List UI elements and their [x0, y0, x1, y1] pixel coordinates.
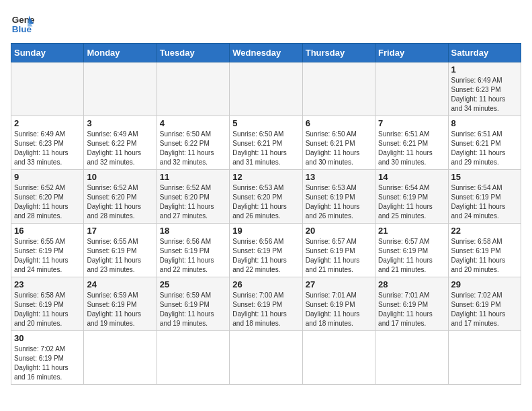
day-info: Sunrise: 6:54 AM Sunset: 6:19 PM Dayligh…: [378, 183, 445, 221]
calendar-cell: [448, 331, 521, 385]
weekday-header-row: SundayMondayTuesdayWednesdayThursdayFrid…: [11, 44, 521, 62]
calendar-cell: 5Sunrise: 6:50 AM Sunset: 6:21 PM Daylig…: [230, 116, 302, 170]
calendar-cell: 24Sunrise: 6:59 AM Sunset: 6:19 PM Dayli…: [84, 277, 157, 331]
day-number: 18: [160, 226, 226, 236]
calendar-cell: 6Sunrise: 6:50 AM Sunset: 6:21 PM Daylig…: [302, 116, 375, 170]
day-number: 6: [306, 118, 372, 128]
day-number: 4: [160, 118, 226, 128]
day-info: Sunrise: 6:50 AM Sunset: 6:22 PM Dayligh…: [160, 130, 226, 167]
day-number: 10: [87, 172, 153, 182]
day-info: Sunrise: 6:49 AM Sunset: 6:22 PM Dayligh…: [87, 130, 153, 167]
day-info: Sunrise: 6:58 AM Sunset: 6:19 PM Dayligh…: [14, 291, 81, 328]
day-number: 23: [14, 279, 81, 289]
calendar-cell: 3Sunrise: 6:49 AM Sunset: 6:22 PM Daylig…: [84, 116, 157, 170]
logo: General Blue: [11, 11, 39, 35]
day-info: Sunrise: 6:54 AM Sunset: 6:19 PM Dayligh…: [451, 183, 518, 221]
day-info: Sunrise: 7:02 AM Sunset: 6:19 PM Dayligh…: [14, 345, 81, 382]
day-number: 24: [87, 279, 153, 289]
calendar-cell: 27Sunrise: 7:01 AM Sunset: 6:19 PM Dayli…: [302, 277, 375, 331]
calendar-cell: [157, 331, 229, 385]
weekday-header-thursday: Thursday: [302, 44, 375, 62]
calendar-cell: 17Sunrise: 6:55 AM Sunset: 6:19 PM Dayli…: [84, 224, 157, 277]
day-number: 25: [160, 279, 226, 289]
day-number: 12: [232, 172, 299, 182]
day-info: Sunrise: 6:49 AM Sunset: 6:23 PM Dayligh…: [14, 130, 81, 167]
calendar-cell: 14Sunrise: 6:54 AM Sunset: 6:19 PM Dayli…: [375, 170, 448, 224]
weekday-header-sunday: Sunday: [11, 44, 84, 62]
calendar-week-5: 23Sunrise: 6:58 AM Sunset: 6:19 PM Dayli…: [11, 277, 521, 331]
day-number: 26: [232, 279, 299, 289]
calendar-cell: 9Sunrise: 6:52 AM Sunset: 6:20 PM Daylig…: [11, 170, 84, 224]
calendar-table: SundayMondayTuesdayWednesdayThursdayFrid…: [11, 43, 521, 385]
calendar-cell: [375, 62, 448, 116]
day-number: 27: [306, 279, 372, 289]
day-info: Sunrise: 7:02 AM Sunset: 6:19 PM Dayligh…: [451, 291, 518, 328]
day-info: Sunrise: 6:59 AM Sunset: 6:19 PM Dayligh…: [160, 291, 226, 328]
day-info: Sunrise: 7:01 AM Sunset: 6:19 PM Dayligh…: [378, 291, 445, 328]
day-info: Sunrise: 6:51 AM Sunset: 6:21 PM Dayligh…: [378, 130, 445, 167]
weekday-header-saturday: Saturday: [448, 44, 521, 62]
day-number: 3: [87, 118, 153, 128]
day-number: 8: [451, 118, 518, 128]
day-number: 14: [378, 172, 445, 182]
day-info: Sunrise: 6:52 AM Sunset: 6:20 PM Dayligh…: [14, 183, 81, 221]
calendar-cell: 22Sunrise: 6:58 AM Sunset: 6:19 PM Dayli…: [448, 224, 521, 277]
calendar-cell: [302, 62, 375, 116]
calendar-week-6: 30Sunrise: 7:02 AM Sunset: 6:19 PM Dayli…: [11, 331, 521, 385]
day-number: 5: [232, 118, 299, 128]
day-number: 15: [451, 172, 518, 182]
day-number: 7: [378, 118, 445, 128]
day-number: 16: [14, 226, 81, 236]
calendar-week-4: 16Sunrise: 6:55 AM Sunset: 6:19 PM Dayli…: [11, 224, 521, 277]
calendar-cell: 19Sunrise: 6:56 AM Sunset: 6:19 PM Dayli…: [230, 224, 302, 277]
weekday-header-monday: Monday: [84, 44, 157, 62]
calendar-cell: [302, 331, 375, 385]
calendar-cell: 18Sunrise: 6:56 AM Sunset: 6:19 PM Dayli…: [157, 224, 229, 277]
calendar-cell: 16Sunrise: 6:55 AM Sunset: 6:19 PM Dayli…: [11, 224, 84, 277]
day-info: Sunrise: 6:56 AM Sunset: 6:19 PM Dayligh…: [160, 237, 226, 275]
day-info: Sunrise: 6:59 AM Sunset: 6:19 PM Dayligh…: [87, 291, 153, 328]
calendar-week-2: 2Sunrise: 6:49 AM Sunset: 6:23 PM Daylig…: [11, 116, 521, 170]
day-number: 19: [232, 226, 299, 236]
day-info: Sunrise: 6:57 AM Sunset: 6:19 PM Dayligh…: [306, 237, 372, 275]
calendar-cell: 8Sunrise: 6:51 AM Sunset: 6:21 PM Daylig…: [448, 116, 521, 170]
day-number: 20: [306, 226, 372, 236]
day-number: 28: [378, 279, 445, 289]
calendar-cell: 15Sunrise: 6:54 AM Sunset: 6:19 PM Dayli…: [448, 170, 521, 224]
calendar-week-1: 1Sunrise: 6:49 AM Sunset: 6:23 PM Daylig…: [11, 62, 521, 116]
calendar-cell: 23Sunrise: 6:58 AM Sunset: 6:19 PM Dayli…: [11, 277, 84, 331]
calendar-week-3: 9Sunrise: 6:52 AM Sunset: 6:20 PM Daylig…: [11, 170, 521, 224]
weekday-header-friday: Friday: [375, 44, 448, 62]
calendar-cell: 28Sunrise: 7:01 AM Sunset: 6:19 PM Dayli…: [375, 277, 448, 331]
calendar-cell: [375, 331, 448, 385]
day-info: Sunrise: 6:51 AM Sunset: 6:21 PM Dayligh…: [451, 130, 518, 167]
calendar-cell: [230, 331, 302, 385]
day-info: Sunrise: 6:52 AM Sunset: 6:20 PM Dayligh…: [87, 183, 153, 221]
day-number: 21: [378, 226, 445, 236]
day-info: Sunrise: 6:56 AM Sunset: 6:19 PM Dayligh…: [232, 237, 299, 275]
calendar-cell: [157, 62, 229, 116]
day-info: Sunrise: 6:55 AM Sunset: 6:19 PM Dayligh…: [87, 237, 153, 275]
day-number: 2: [14, 118, 81, 128]
day-info: Sunrise: 6:52 AM Sunset: 6:20 PM Dayligh…: [160, 183, 226, 221]
calendar-cell: 12Sunrise: 6:53 AM Sunset: 6:20 PM Dayli…: [230, 170, 302, 224]
day-number: 13: [306, 172, 372, 182]
calendar-cell: 29Sunrise: 7:02 AM Sunset: 6:19 PM Dayli…: [448, 277, 521, 331]
calendar-cell: 2Sunrise: 6:49 AM Sunset: 6:23 PM Daylig…: [11, 116, 84, 170]
day-info: Sunrise: 6:55 AM Sunset: 6:19 PM Dayligh…: [14, 237, 81, 275]
day-number: 11: [160, 172, 226, 182]
day-number: 29: [451, 279, 518, 289]
logo-icon: General Blue: [11, 11, 35, 35]
calendar-cell: 11Sunrise: 6:52 AM Sunset: 6:20 PM Dayli…: [157, 170, 229, 224]
day-number: 30: [14, 333, 81, 343]
weekday-header-tuesday: Tuesday: [157, 44, 229, 62]
calendar-cell: 20Sunrise: 6:57 AM Sunset: 6:19 PM Dayli…: [302, 224, 375, 277]
calendar-cell: 10Sunrise: 6:52 AM Sunset: 6:20 PM Dayli…: [84, 170, 157, 224]
day-info: Sunrise: 6:57 AM Sunset: 6:19 PM Dayligh…: [378, 237, 445, 275]
day-info: Sunrise: 7:01 AM Sunset: 6:19 PM Dayligh…: [306, 291, 372, 328]
day-number: 1: [451, 64, 518, 75]
day-number: 9: [14, 172, 81, 182]
calendar-cell: 7Sunrise: 6:51 AM Sunset: 6:21 PM Daylig…: [375, 116, 448, 170]
calendar-cell: [84, 62, 157, 116]
day-info: Sunrise: 6:53 AM Sunset: 6:19 PM Dayligh…: [306, 183, 372, 221]
